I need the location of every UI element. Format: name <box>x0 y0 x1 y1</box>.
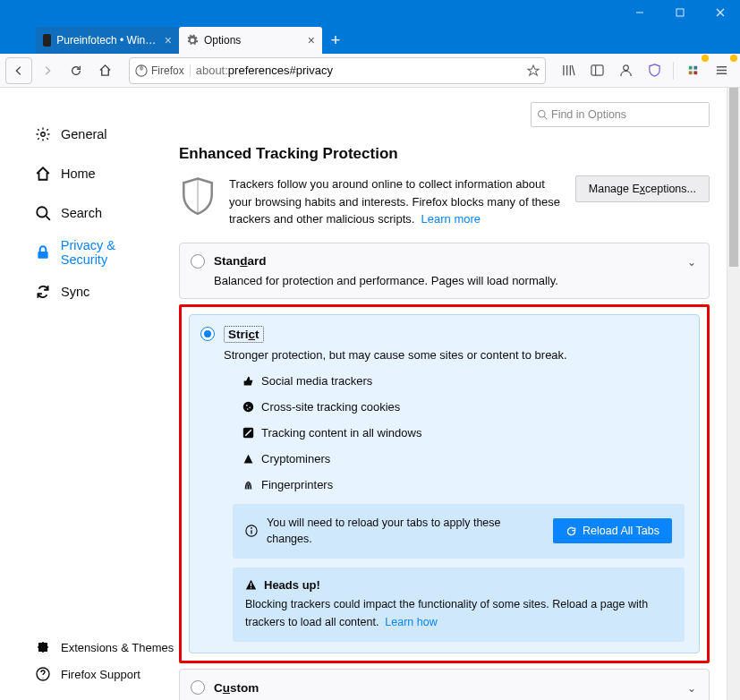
option-description: Stronger protection, but may cause some … <box>224 348 685 362</box>
learn-how-link[interactable]: Learn how <box>385 616 437 628</box>
tracker-item-content: Tracking content in all windows <box>242 426 685 440</box>
info-icon <box>245 525 258 537</box>
heads-up-title: Heads up! <box>264 578 320 592</box>
link-label: Firefox Support <box>61 668 140 681</box>
separator <box>673 62 674 80</box>
svg-line-17 <box>46 216 50 220</box>
tab-strip: Pureinfotech • Windows 10 tip… × Options… <box>0 25 740 54</box>
url-text: about:preferences#privacy <box>196 64 522 77</box>
search-icon <box>537 109 548 120</box>
reload-message: You will need to reload your tabs to app… <box>267 515 544 549</box>
tab-background[interactable]: Pureinfotech • Windows 10 tip… × <box>36 27 179 54</box>
identity-box[interactable]: Firefox <box>135 64 191 77</box>
shield-icon <box>179 175 217 228</box>
svg-rect-9 <box>693 66 697 70</box>
puzzle-icon <box>34 638 52 656</box>
tracker-item-social: Social media trackers <box>242 374 685 388</box>
nav-toolbar: Firefox about:preferences#privacy <box>0 54 740 88</box>
category-privacy[interactable]: Privacy & Security <box>27 233 172 272</box>
svg-point-20 <box>539 111 546 118</box>
app-menu-button[interactable] <box>708 57 735 84</box>
chevron-down-icon[interactable]: ⌄ <box>687 682 696 695</box>
search-input[interactable]: Find in Options <box>531 102 710 127</box>
gear-icon <box>186 34 199 47</box>
category-search[interactable]: Search <box>27 193 172 233</box>
home-icon <box>34 165 52 183</box>
sync-icon <box>34 283 52 301</box>
svg-rect-5 <box>591 65 602 75</box>
firefox-icon <box>135 64 148 77</box>
manage-exceptions-button[interactable]: Manage Exceptions... <box>575 175 710 202</box>
radio-unchecked[interactable] <box>191 254 205 269</box>
extensions-button[interactable] <box>679 57 706 84</box>
radio-checked[interactable] <box>200 327 215 341</box>
category-general[interactable]: General <box>27 115 172 154</box>
category-home[interactable]: Home <box>27 154 172 193</box>
vertical-scrollbar[interactable] <box>727 88 740 700</box>
tab-active[interactable]: Options × <box>179 27 322 54</box>
close-icon[interactable]: × <box>308 33 315 47</box>
account-button[interactable] <box>612 57 639 84</box>
heads-up-text: Blocking trackers could impact the funct… <box>245 595 672 631</box>
fingerprint-icon <box>242 478 254 491</box>
radio-unchecked[interactable] <box>191 680 205 695</box>
search-placeholder: Find in Options <box>551 108 626 121</box>
svg-point-7 <box>623 65 628 71</box>
close-icon[interactable]: × <box>165 33 172 47</box>
window-minimize-button[interactable] <box>619 0 659 25</box>
home-button[interactable] <box>91 57 118 84</box>
preferences-sidebar: General Home Search Privacy & Security S… <box>0 88 179 700</box>
reload-info-box: You will need to reload your tabs to app… <box>233 504 685 559</box>
svg-line-21 <box>544 116 547 119</box>
svg-rect-8 <box>688 66 692 70</box>
category-sync[interactable]: Sync <box>27 272 172 312</box>
option-title: Custom <box>214 681 259 695</box>
category-label: Home <box>61 166 96 181</box>
learn-more-link[interactable]: Learn more <box>421 212 481 226</box>
back-button[interactable] <box>5 57 32 84</box>
option-custom[interactable]: Custom Choose which trackers and scripts… <box>179 669 710 700</box>
option-title: Standard <box>214 254 267 268</box>
reload-all-tabs-button[interactable]: Reload All Tabs <box>553 518 672 543</box>
highlight-box: Strict Stronger protection, but may caus… <box>179 304 710 664</box>
category-label: Sync <box>61 285 89 299</box>
chevron-down-icon[interactable]: ⌄ <box>687 256 696 269</box>
thumb-icon <box>242 374 254 387</box>
section-heading: Enhanced Tracking Protection <box>179 145 710 163</box>
lock-icon <box>34 243 52 261</box>
option-strict[interactable]: Strict Stronger protection, but may caus… <box>189 314 700 654</box>
svg-point-16 <box>37 207 47 217</box>
extensions-link[interactable]: Extensions & Themes <box>27 634 181 661</box>
window-titlebar <box>0 0 740 25</box>
option-standard[interactable]: Standard Balanced for protection and per… <box>179 243 710 299</box>
new-tab-button[interactable]: + <box>322 27 349 54</box>
sidebar-button[interactable] <box>583 57 610 84</box>
svg-point-25 <box>246 408 248 410</box>
window-close-button[interactable] <box>700 0 740 25</box>
url-bar[interactable]: Firefox about:preferences#privacy <box>129 57 546 84</box>
window-maximize-button[interactable] <box>659 0 700 25</box>
forward-button[interactable] <box>34 57 61 84</box>
tracker-item-crypto: Cryptominers <box>242 452 685 465</box>
search-icon <box>34 204 52 222</box>
option-title: Strict <box>224 326 264 343</box>
reload-button[interactable] <box>63 57 89 84</box>
gear-icon <box>34 125 52 143</box>
tracker-item-cookies: Cross-site tracking cookies <box>242 400 685 414</box>
svg-rect-11 <box>693 71 697 74</box>
support-link[interactable]: Firefox Support <box>27 661 181 687</box>
library-button[interactable] <box>555 57 582 84</box>
scrollbar-thumb[interactable] <box>729 88 738 267</box>
svg-point-22 <box>242 401 252 411</box>
question-icon <box>34 665 52 683</box>
cookie-icon <box>242 400 254 413</box>
svg-point-32 <box>251 587 252 589</box>
protections-button[interactable] <box>641 57 668 84</box>
svg-point-30 <box>251 527 252 529</box>
bookmark-star-icon[interactable] <box>527 64 540 77</box>
option-description: Balanced for protection and performance.… <box>214 274 694 287</box>
svg-rect-1 <box>676 9 684 16</box>
svg-rect-18 <box>38 252 47 259</box>
intro-text: Trackers follow you around online to col… <box>229 175 563 228</box>
svg-rect-10 <box>688 71 692 74</box>
